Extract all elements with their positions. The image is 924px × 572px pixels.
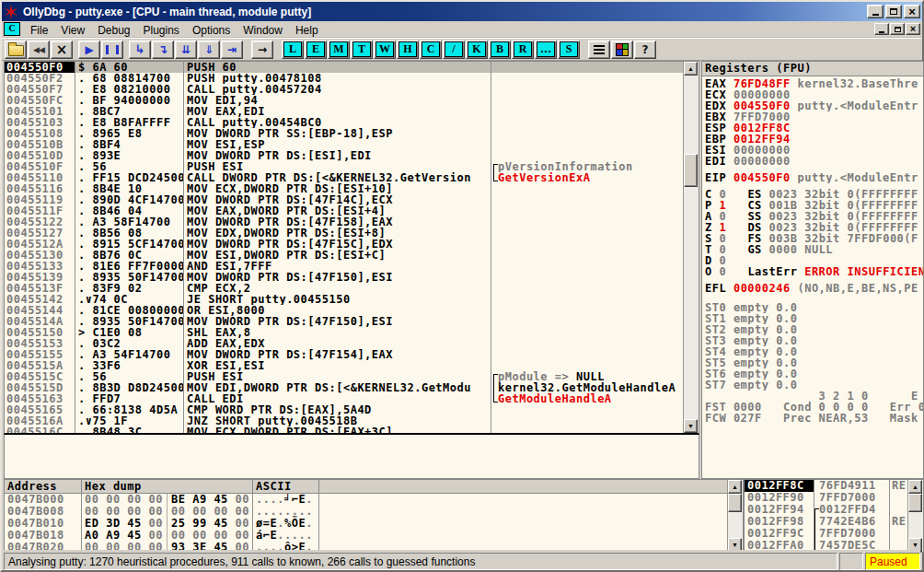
disasm-row[interactable]: 0045511F. 8B46 04MOV EAX,DWORD PTR DS:[E…	[5, 205, 684, 216]
disasm-row[interactable]: 00455153. 03C2ADD EAX,EDX	[5, 338, 684, 349]
register-line[interactable]: EDX 004550F0 putty.<ModuleEntr	[702, 100, 923, 111]
run-button[interactable]: ▶	[78, 41, 100, 59]
run-trace-button[interactable]: …	[535, 41, 557, 59]
scrollbar-thumb[interactable]	[684, 154, 698, 187]
register-line[interactable]: O 0 LastErr ERROR_INSUFFICIEN	[702, 266, 923, 277]
references-button[interactable]: R	[512, 41, 534, 59]
register-line[interactable]: ST1 empty 0.0	[702, 313, 923, 324]
register-line[interactable]: C 0 ES 0023 32bit 0(FFFFFFFF	[702, 189, 923, 200]
disasm-row[interactable]: 00455142.∨74 0CJE SHORT putty.00455150	[5, 294, 684, 305]
executable-modules-button[interactable]: E	[305, 41, 327, 59]
register-line[interactable]: D 0	[702, 255, 923, 266]
disasm-row[interactable]: 0045510D. 893EMOV DWORD PTR DS:[ESI],EDI	[5, 150, 684, 161]
trace-over-button[interactable]: ⇓	[198, 41, 220, 59]
register-line[interactable]: EFL 00000246 (NO,NB,E,BE,NS,PE	[702, 283, 923, 294]
register-line[interactable]: S 0 FS 003B 32bit 7FFDF000(F	[702, 233, 923, 244]
go-to-button[interactable]: →	[251, 41, 273, 59]
disasm-row[interactable]: 00455165. 66:8138 4D5ACMP WORD PTR DS:[E…	[5, 404, 684, 415]
close-program-button[interactable]: ×	[51, 41, 73, 59]
handles-button[interactable]: H	[397, 41, 419, 59]
appearance-button[interactable]	[588, 41, 610, 59]
scroll-up-icon[interactable]: ▲	[908, 480, 922, 494]
register-line[interactable]: ST4 empty 0.0	[702, 346, 923, 357]
register-line[interactable]: ESP 0012FF8C	[702, 123, 923, 134]
disasm-row[interactable]: 0045510B. 8BF4MOV ESI,ESP	[5, 139, 684, 150]
scrollbar-thumb[interactable]	[728, 494, 742, 512]
windows-button[interactable]: W	[374, 41, 396, 59]
menu-view[interactable]: View	[54, 23, 91, 38]
disasm-row[interactable]: 00455155. A3 54F14700MOV DWORD PTR DS:[4…	[5, 349, 684, 360]
disasm-row[interactable]: 00455101. 8BC7MOV EAX,EDI	[5, 106, 684, 117]
disasm-row[interactable]: 00455139. 8935 50F14700MOV DWORD PTR DS:…	[5, 272, 684, 283]
close-button[interactable]: ×	[904, 5, 920, 18]
scroll-up-icon[interactable]: ▲	[728, 480, 742, 494]
disasm-row[interactable]: 0045515A. 33F6XOR ESI,ESI	[5, 360, 684, 371]
child-restore-button[interactable]	[890, 23, 905, 35]
register-line[interactable]: FST 0000 Cond 0 0 0 0 Err 0	[702, 402, 923, 413]
cpu-window-button[interactable]: C	[420, 41, 442, 59]
disasm-row[interactable]: 0045516C. 8B48 3CMOV ECX,DWORD PTR DS:[E…	[5, 426, 684, 433]
child-close-button[interactable]: ×	[906, 23, 920, 35]
dump-scrollbar[interactable]: ▲ ▼	[727, 480, 743, 552]
register-line[interactable]: ESI 00000000	[702, 145, 923, 156]
disasm-row[interactable]: 00455144. 81CE 00800000OR ESI,8000	[5, 305, 684, 316]
disasm-row[interactable]: 0045510F. 56PUSH ESIpVersionInformation	[5, 161, 684, 172]
register-line[interactable]: EBP 0012FF94	[702, 134, 923, 145]
patches-button[interactable]: /	[443, 41, 465, 59]
threads-button[interactable]: T	[351, 41, 373, 59]
menu-plugins[interactable]: Plugins	[137, 23, 186, 38]
log-window-button[interactable]: L	[282, 41, 304, 59]
scrollbar-thumb[interactable]	[908, 494, 922, 512]
disasm-row[interactable]: 004550F7. E8 08210000CALL putty.00457204	[5, 84, 684, 95]
pause-button[interactable]	[101, 41, 123, 59]
disasm-row[interactable]: 0045512A. 8915 5CF14700MOV DWORD PTR DS:…	[5, 239, 684, 250]
register-line[interactable]: A 0 SS 0023 32bit 0(FFFFFFFF	[702, 211, 923, 222]
register-line[interactable]: FCW 027F Prec NEAR,53 Mask	[702, 413, 923, 424]
restart-button[interactable]: ◀◀	[28, 41, 50, 59]
maximize-button[interactable]	[885, 5, 902, 18]
disasm-row[interactable]: 00455133. 81E6 FF7F0000AND ESI,7FFF	[5, 261, 684, 272]
disasm-row[interactable]: 00455103. E8 B8FAFFFFCALL putty.00454BC0	[5, 117, 684, 128]
register-line[interactable]: ST7 empty 0.0	[702, 379, 923, 391]
disasm-row[interactable]: 0045513F. 83F9 02CMP ECX,2	[5, 283, 684, 294]
execute-till-return-button[interactable]: ⇥	[221, 41, 243, 59]
disasm-row[interactable]: 00455110. FF15 DCD24500CALL DWORD PTR DS…	[5, 172, 684, 183]
windows-palette-button[interactable]	[611, 41, 633, 59]
menu-debug[interactable]: Debug	[91, 23, 136, 38]
disassembly-scrollbar[interactable]: ▲ ▼	[683, 62, 699, 433]
register-line[interactable]: EDI 00000000	[702, 156, 923, 167]
menu-file[interactable]: File	[24, 23, 54, 38]
register-line[interactable]: ST2 empty 0.0	[702, 324, 923, 335]
stack-scrollbar[interactable]: ▲ ▼	[907, 480, 923, 552]
register-line[interactable]: 3 2 1 0 E	[702, 391, 923, 402]
disasm-row[interactable]: 00455150> C1E0 08SHL EAX,8	[5, 327, 684, 338]
disasm-row[interactable]: 00455122. A3 58F14700MOV DWORD PTR DS:[4…	[5, 216, 684, 228]
register-line[interactable]: ST5 empty 0.0	[702, 357, 923, 368]
source-button[interactable]: S	[558, 41, 580, 59]
disasm-row[interactable]: 004550F2. 68 08814700PUSH putty.00478108	[5, 73, 684, 84]
disasm-row[interactable]: 00455119. 890D 4CF14700MOV DWORD PTR DS:…	[5, 194, 684, 205]
disasm-row[interactable]: 0045515C. 56PUSH ESIpModule => NULL	[5, 371, 684, 382]
register-line[interactable]: EAX 76FD48FF kernel32.BaseThre	[702, 78, 923, 89]
register-line[interactable]: Z 1 DS 0023 32bit 0(FFFFFFFF	[702, 222, 923, 233]
disasm-row[interactable]: 0045516A.∨75 1FJNZ SHORT putty.0045518B	[5, 415, 684, 426]
register-line[interactable]: T 0 GS 0000 NULL	[702, 244, 923, 255]
register-line[interactable]: ST0 empty 0.0	[702, 302, 923, 313]
menu-options[interactable]: Options	[186, 23, 237, 38]
trace-into-button[interactable]: ⇊	[175, 41, 197, 59]
disasm-row[interactable]: 004550FC. BF 94000000MOV EDI,94	[5, 95, 684, 106]
disasm-row[interactable]: 0045514A. 8935 50F14700MOV DWORD PTR DS:…	[5, 316, 684, 327]
disasm-row[interactable]: 00455108. 8965 E8MOV DWORD PTR SS:[EBP-1…	[5, 128, 684, 139]
breakpoints-button[interactable]: B	[489, 41, 511, 59]
scroll-down-icon[interactable]: ▼	[684, 419, 698, 433]
register-line[interactable]: EIP 004550F0 putty.<ModuleEntr	[702, 172, 923, 183]
minimize-button[interactable]	[867, 5, 884, 18]
register-line[interactable]: EBX 7FFD7000	[702, 111, 923, 123]
open-file-button[interactable]	[5, 41, 27, 59]
help-button[interactable]: ?	[634, 41, 656, 59]
menu-help[interactable]: Help	[289, 23, 325, 38]
disasm-row[interactable]: 00455130. 8B76 0CMOV ESI,DWORD PTR DS:[E…	[5, 250, 684, 261]
disasm-row[interactable]: 00455116. 8B4E 10MOV ECX,DWORD PTR DS:[E…	[5, 183, 684, 194]
disasm-row[interactable]: 004550F0$ 6A 60PUSH 60	[5, 62, 684, 73]
register-line[interactable]: ECX 00000000	[702, 89, 923, 100]
